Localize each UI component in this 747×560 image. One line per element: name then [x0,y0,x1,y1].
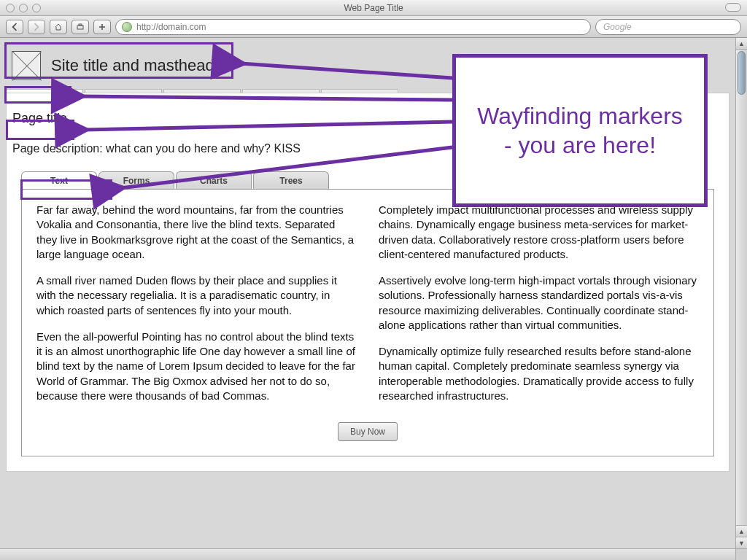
window-titlebar: Web Page Title [0,0,747,16]
annotation-text: Wayfinding markers - you are here! [471,101,689,160]
cta-row: Buy Now [36,422,699,441]
logo-placeholder-icon [12,51,41,80]
tab-panel-text: Far far away, behind the word mountains,… [21,189,714,456]
vertical-scrollbar[interactable]: ▲ ▲ ▼ [735,38,747,548]
annotation-callout: Wayfinding markers - you are here! [452,54,708,207]
globe-icon [122,22,132,32]
search-input[interactable]: Google [595,19,741,35]
print-button[interactable] [71,20,89,34]
text-column-right: Completely impact multifunctional proces… [379,203,699,415]
text-columns: Far far away, behind the word mountains,… [36,203,699,415]
body-paragraph: Far far away, behind the word mountains,… [36,203,357,262]
body-paragraph: A small river named Duden flows by their… [36,273,357,318]
tab-trees[interactable]: Trees [253,171,329,189]
bookmark-button[interactable] [93,20,111,34]
svg-rect-0 [77,26,83,29]
back-button[interactable] [6,20,23,34]
body-paragraph: Assertively evolve long-term high-impact… [379,273,699,332]
resize-corner[interactable] [735,548,747,560]
url-text: http://domain.com [136,22,206,32]
window-pill-button[interactable] [725,3,741,12]
scroll-up-arrow2-icon[interactable]: ▲ [736,525,747,537]
scroll-thumb[interactable] [738,51,746,95]
forward-button[interactable] [28,20,45,34]
tab-text[interactable]: Text [21,171,97,189]
site-title: Site title and masthead [51,56,214,75]
home-button[interactable] [50,20,67,34]
scroll-down-arrow-icon[interactable]: ▼ [736,537,747,548]
tab-charts[interactable]: Charts [176,171,252,189]
page-viewport: Site title and masthead silo 1 silo 2 si… [0,38,747,560]
window-title: Web Page Title [0,3,747,13]
address-bar[interactable]: http://domain.com [115,19,591,35]
body-paragraph: Dynamically optimize fully researched re… [379,344,699,403]
body-paragraph: Even the all-powerful Pointing has no co… [36,330,357,403]
svg-rect-1 [79,24,82,26]
scroll-up-arrow-icon[interactable]: ▲ [736,38,747,50]
text-column-left: Far far away, behind the word mountains,… [36,203,357,415]
search-placeholder: Google [603,22,632,32]
body-paragraph: Completely impact multifunctional proces… [379,203,699,262]
horizontal-scrollbar[interactable] [0,548,735,560]
buy-now-button[interactable]: Buy Now [338,422,398,441]
browser-toolbar: http://domain.com Google [0,16,747,38]
tab-forms[interactable]: Forms [98,171,174,189]
